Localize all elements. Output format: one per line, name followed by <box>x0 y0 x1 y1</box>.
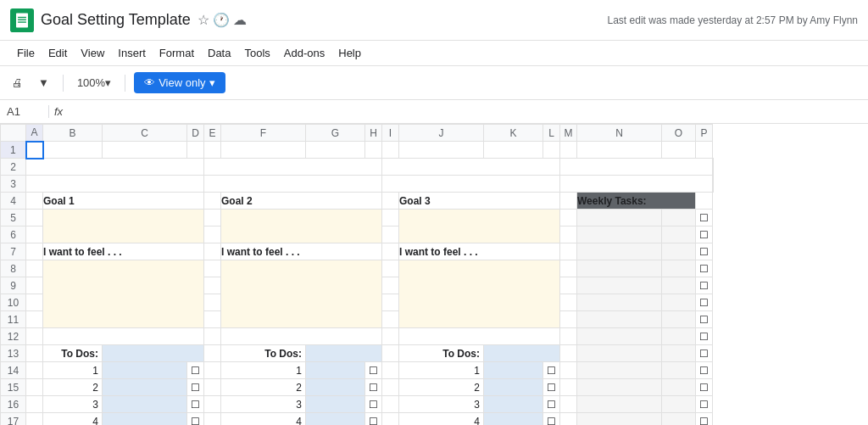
cell-p1[interactable] <box>696 142 713 159</box>
cell-d16-check[interactable]: ☐ <box>187 396 204 413</box>
cell-b12[interactable] <box>43 328 204 345</box>
cell-o13[interactable] <box>662 345 696 362</box>
cell-m13[interactable] <box>560 345 577 362</box>
cell-c17-blue[interactable] <box>103 413 187 426</box>
cell-n7[interactable] <box>577 243 662 260</box>
cell-c14-blue[interactable] <box>103 362 187 379</box>
cell-b4-goal1[interactable]: Goal 1 <box>43 193 204 210</box>
cell-a10[interactable] <box>26 294 43 311</box>
cell-e3[interactable] <box>204 176 382 193</box>
cell-l1[interactable] <box>543 142 560 159</box>
cell-a6[interactable] <box>26 226 43 243</box>
cell-n16[interactable] <box>577 396 662 413</box>
col-header-n[interactable]: N <box>577 125 662 142</box>
cell-p8-checkbox[interactable]: ☐ <box>696 260 713 277</box>
cell-i14[interactable] <box>382 362 399 379</box>
cell-e17[interactable] <box>204 413 221 426</box>
cell-o10[interactable] <box>662 294 696 311</box>
col-header-l[interactable]: L <box>543 125 560 142</box>
cell-a8[interactable] <box>26 260 43 277</box>
cell-e13[interactable] <box>204 345 221 362</box>
cell-i8[interactable] <box>382 260 399 277</box>
cell-a11[interactable] <box>26 311 43 328</box>
cell-m16[interactable] <box>560 396 577 413</box>
cell-m14[interactable] <box>560 362 577 379</box>
cell-e16[interactable] <box>204 396 221 413</box>
cell-f4-goal2[interactable]: Goal 2 <box>221 193 382 210</box>
cell-g17-blue[interactable] <box>306 413 365 426</box>
cell-h15-check[interactable]: ☐ <box>365 379 382 396</box>
cell-p3[interactable] <box>713 176 714 193</box>
cell-j17[interactable]: 4 <box>399 413 484 426</box>
col-header-o[interactable]: O <box>662 125 696 142</box>
cell-i7[interactable] <box>382 243 399 260</box>
cell-i12[interactable] <box>382 328 399 345</box>
cell-g14-blue[interactable] <box>306 362 365 379</box>
cell-o17[interactable] <box>662 413 696 426</box>
cell-f13-todos2[interactable]: To Dos: <box>221 345 306 362</box>
cell-a4[interactable] <box>26 193 43 210</box>
cell-g15-blue[interactable] <box>306 379 365 396</box>
cell-k1[interactable] <box>484 142 543 159</box>
cell-h17-check[interactable]: ☐ <box>365 413 382 426</box>
cell-n8[interactable] <box>577 260 662 277</box>
cell-a9[interactable] <box>26 277 43 294</box>
cell-n1[interactable] <box>577 142 662 159</box>
cloud-icon[interactable]: ☁ <box>233 12 247 28</box>
cell-e2[interactable] <box>204 159 382 176</box>
cell-p6-checkbox[interactable]: ☐ <box>696 226 713 243</box>
cell-a17[interactable] <box>26 413 43 426</box>
cell-g16-blue[interactable] <box>306 396 365 413</box>
col-header-i[interactable]: I <box>382 125 399 142</box>
cell-b1[interactable] <box>43 142 103 159</box>
cell-a15[interactable] <box>26 379 43 396</box>
cell-a3[interactable] <box>26 176 204 193</box>
cell-d14-check[interactable]: ☐ <box>187 362 204 379</box>
cell-p9-checkbox[interactable]: ☐ <box>696 277 713 294</box>
cell-a16[interactable] <box>26 396 43 413</box>
cell-p16-checkbox[interactable]: ☐ <box>696 396 713 413</box>
cell-i3[interactable] <box>382 176 560 193</box>
history-icon[interactable]: 🕐 <box>213 12 230 28</box>
cell-n4-weekly[interactable]: Weekly Tasks: <box>577 193 696 210</box>
cell-e12[interactable] <box>204 328 221 345</box>
cell-i6[interactable] <box>382 226 399 243</box>
col-header-k[interactable]: K <box>484 125 543 142</box>
cell-l15-check[interactable]: ☐ <box>543 379 560 396</box>
cell-e15[interactable] <box>204 379 221 396</box>
cell-o6[interactable] <box>662 226 696 243</box>
cell-d1[interactable] <box>187 142 204 159</box>
cell-m9[interactable] <box>560 277 577 294</box>
cell-j15[interactable]: 2 <box>399 379 484 396</box>
cell-c15-blue[interactable] <box>103 379 187 396</box>
cell-f17[interactable]: 4 <box>221 413 306 426</box>
cell-i5[interactable] <box>382 210 399 226</box>
cell-p10-checkbox[interactable]: ☐ <box>696 294 713 311</box>
cell-e8[interactable] <box>204 260 221 277</box>
cell-j4-goal3[interactable]: Goal 3 <box>399 193 560 210</box>
cell-reference[interactable]: A1 <box>7 105 49 118</box>
cell-p11-checkbox[interactable]: ☐ <box>696 311 713 328</box>
cell-i4[interactable] <box>382 193 399 210</box>
cell-o9[interactable] <box>662 277 696 294</box>
cell-e9[interactable] <box>204 277 221 294</box>
menu-view[interactable]: View <box>74 43 111 63</box>
cell-d17-check[interactable]: ☐ <box>187 413 204 426</box>
cell-e4[interactable] <box>204 193 221 210</box>
menu-file[interactable]: File <box>10 43 42 63</box>
cell-i11[interactable] <box>382 311 399 328</box>
menu-addons[interactable]: Add-ons <box>277 43 331 63</box>
cell-e1[interactable] <box>204 142 221 159</box>
cell-p15-checkbox[interactable]: ☐ <box>696 379 713 396</box>
cell-m5[interactable] <box>560 210 577 226</box>
cell-b17[interactable]: 4 <box>43 413 103 426</box>
cell-k13-blue3[interactable] <box>484 345 560 362</box>
menu-edit[interactable]: Edit <box>42 43 74 63</box>
cell-m10[interactable] <box>560 294 577 311</box>
col-header-b[interactable]: B <box>43 125 103 142</box>
cell-o7[interactable] <box>662 243 696 260</box>
cell-o12[interactable] <box>662 328 696 345</box>
cell-c16-blue[interactable] <box>103 396 187 413</box>
cell-b16[interactable]: 3 <box>43 396 103 413</box>
cell-f1[interactable] <box>221 142 306 159</box>
